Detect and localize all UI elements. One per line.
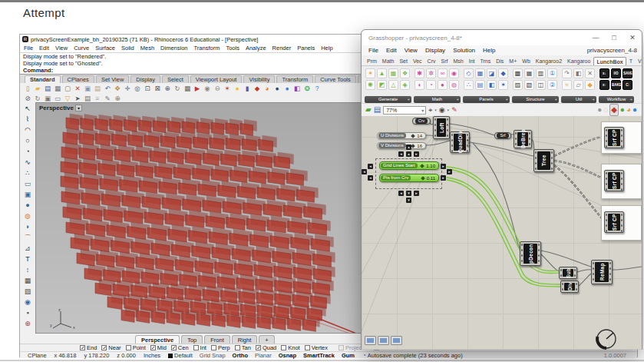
side-tool-icon[interactable]: ◔ — [22, 147, 33, 157]
chain-icon[interactable]: ∞ — [438, 68, 447, 78]
toolbar-tab[interactable]: Standard — [25, 75, 61, 83]
toolbar-icon[interactable]: ≡ — [93, 94, 102, 103]
grasshopper-menu-item[interactable]: File — [368, 47, 378, 54]
unselected-color-icon[interactable]: ◕ — [626, 105, 631, 115]
category-tab[interactable]: Vec — [411, 57, 424, 65]
node-grid-lines-slider-selected[interactable]: Grid Lines Start 1.10 — [379, 161, 439, 170]
viewport-tab[interactable]: Top — [181, 335, 203, 344]
category-tab[interactable]: Math — [380, 57, 397, 65]
frame-b-icon[interactable]: ◫ — [536, 80, 546, 90]
side-tool-icon[interactable]: ⌇ — [22, 115, 33, 125]
ribbon-group-label[interactable]: Structure — [512, 96, 559, 103]
ring-icon[interactable]: ◉ — [449, 68, 459, 78]
node-crv-param[interactable]: Crv — [412, 118, 431, 125]
node-quad-divide[interactable]: QuadDiv Panels — [450, 131, 470, 153]
osnap-toggle[interactable]: Quad — [256, 344, 276, 351]
toolbar-tab[interactable]: Select — [162, 75, 189, 83]
node-div[interactable]: Div — [560, 281, 579, 293]
viewport-dropdown-icon[interactable]: ▾ — [75, 105, 82, 111]
side-tool-icon[interactable]: ∴ — [22, 168, 33, 178]
checkbox-icon[interactable] — [101, 345, 107, 350]
node-sub[interactable]: Sub — [559, 267, 577, 279]
toolbar-tab[interactable]: Visibility — [243, 75, 275, 83]
slider-grip[interactable] — [411, 144, 415, 148]
checkbox-icon[interactable] — [256, 345, 261, 350]
group-handle[interactable]: ▸ — [414, 191, 419, 196]
group-handle[interactable]: ▴ — [406, 151, 411, 157]
triangle-panel-icon[interactable]: ▲ — [377, 68, 387, 78]
canvas-mini-view-button[interactable] — [365, 336, 376, 345]
window-button[interactable]: ✕ — [623, 30, 642, 45]
toolbar-icon[interactable]: ✎ — [103, 94, 112, 103]
side-tool-icon[interactable]: ⊛ — [22, 319, 33, 329]
toolbar-icon[interactable]: ▶ — [193, 84, 202, 93]
status-pane-toggle[interactable]: SmartTrack — [303, 352, 335, 359]
osnap-toggle[interactable]: Knot — [281, 344, 299, 351]
save-document-icon[interactable]: ▤ — [374, 105, 381, 115]
status-pane-toggle[interactable]: Ortho — [233, 352, 248, 359]
osnap-toggle[interactable]: Perp — [211, 344, 230, 351]
slider-grip[interactable] — [420, 164, 424, 168]
toolbar-icon[interactable]: ◕ — [263, 84, 272, 93]
checkbox-icon[interactable] — [339, 345, 344, 350]
rhino-menu-item[interactable]: Panels — [297, 45, 315, 51]
sketch-pencil-icon[interactable]: ✎ — [451, 105, 457, 115]
weave-a-icon[interactable]: ▦ — [524, 68, 534, 78]
toolbar-icon[interactable]: ▭ — [53, 94, 62, 103]
node-loft[interactable]: Loft — [433, 116, 450, 139]
toolbar-icon[interactable]: ◉ — [203, 84, 212, 93]
speaker-icon[interactable]: ◖ — [414, 80, 424, 90]
side-tool-icon[interactable]: ∿ — [22, 158, 33, 168]
viewport-tab[interactable]: Perspective — [135, 335, 180, 344]
excel-read-icon[interactable]: x↓ — [599, 68, 609, 78]
status-units[interactable]: Inches — [144, 352, 160, 359]
osnap-toggle[interactable]: Mid — [150, 344, 167, 351]
side-tool-icon[interactable]: ▦ — [22, 276, 33, 286]
zoom-level-select[interactable]: 77%▾ — [383, 106, 426, 115]
toolbar-icon[interactable]: ✶ — [223, 84, 232, 93]
toolbar-icon[interactable]: ▤ — [43, 84, 52, 93]
toolbar-icon[interactable]: ● — [272, 84, 282, 93]
toolbar-icon[interactable]: ❂ — [302, 84, 312, 93]
ribbon-group-label[interactable]: Util — [561, 96, 596, 103]
canvas-compass-widget[interactable] — [594, 327, 620, 350]
group-handle[interactable]: ▸ — [441, 164, 446, 169]
toolbar-icon[interactable]: ◎ — [133, 84, 142, 93]
side-tool-icon[interactable]: ⊿ — [22, 244, 33, 254]
side-tool-icon[interactable]: ◍ — [22, 211, 33, 221]
badge-1-icon[interactable]: ① — [547, 68, 557, 78]
spray2-icon[interactable]: ▱ — [573, 80, 583, 90]
window-button[interactable]: □ — [605, 30, 623, 45]
osnap-toggle[interactable]: End — [80, 344, 97, 351]
quad-panel-icon[interactable]: ❖ — [400, 68, 410, 78]
toolbar-icon[interactable]: ▤ — [93, 84, 102, 93]
disc-icon[interactable]: ◍ — [449, 80, 459, 90]
toolbar-icon[interactable]: ▯ — [23, 84, 32, 93]
toolbar-tab[interactable]: Curve Tools — [315, 75, 355, 83]
status-pane-toggle[interactable]: Grid Snap — [200, 352, 226, 359]
gear-a-icon[interactable]: ✱ — [414, 68, 424, 78]
group-handle[interactable]: ▾ — [406, 191, 411, 196]
toolbar-icon[interactable]: ● — [282, 84, 292, 93]
node-pdecon[interactable]: pDecon — [520, 241, 541, 266]
toolbar-icon[interactable]: ▦ — [53, 84, 62, 93]
group-handle-right[interactable]: ▸ — [447, 169, 452, 174]
weave-b-icon[interactable]: ▧ — [524, 80, 534, 90]
shaded-preview-icon[interactable]: ◆ — [609, 104, 619, 116]
checkbox-icon[interactable] — [80, 345, 85, 350]
osnap-toggle[interactable]: Cen — [171, 344, 189, 351]
status-pane-toggle[interactable]: Planar — [255, 352, 272, 359]
category-tab[interactable]: Crv — [425, 57, 438, 65]
row-grid-icon[interactable]: ▤ — [475, 80, 485, 90]
category-tab[interactable]: LunchBox — [593, 57, 626, 65]
ribbon-group-label[interactable]: Workflow — [599, 96, 634, 103]
flatten-icon[interactable]: ✕ — [585, 68, 595, 78]
osnap-toggle[interactable]: Project — [339, 344, 363, 351]
group-handle-down[interactable]: ▾ — [406, 198, 411, 203]
gear-b-icon[interactable]: ✲ — [426, 68, 436, 78]
toolbar-icon[interactable]: ➤ — [73, 94, 82, 103]
toolbar-icon[interactable]: ⊠ — [153, 84, 162, 93]
open-document-icon[interactable]: ▰ — [365, 105, 372, 115]
skew-panel-icon[interactable]: ◈ — [400, 80, 410, 90]
save-icon[interactable]: SAVE — [623, 68, 632, 78]
